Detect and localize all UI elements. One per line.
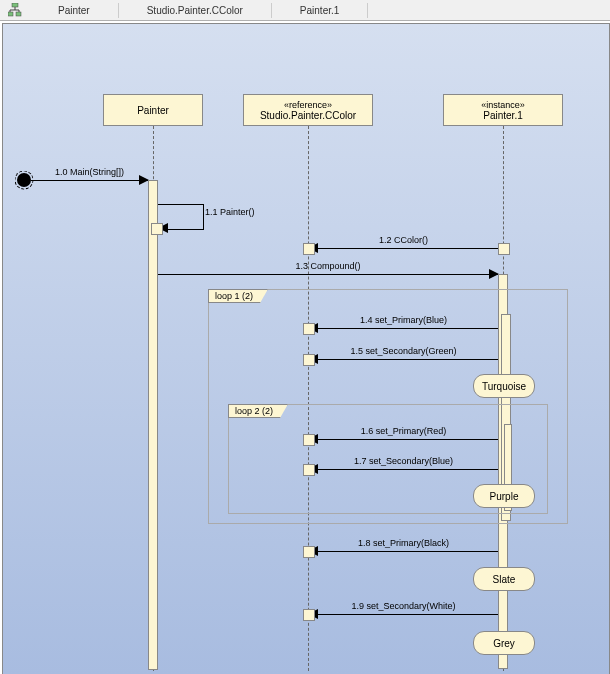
message-main[interactable]: 1.0 Main(String[]) [31, 170, 148, 184]
lifeline-header-ccolor[interactable]: «reference» Studio.Painter.CColor [243, 94, 373, 126]
tab-bar: Painter Studio.Painter.CColor Painter.1 [0, 0, 610, 21]
found-message-origin [17, 173, 31, 187]
message-set-primary-blue[interactable]: 1.4 set_Primary(Blue) [309, 318, 498, 332]
activation-sub [303, 546, 315, 558]
lifeline-name: Painter [137, 105, 169, 116]
activation-sub [151, 223, 163, 235]
state-grey[interactable]: Grey [473, 631, 535, 655]
svg-rect-1 [8, 12, 13, 16]
message-painter-self[interactable] [163, 218, 203, 232]
message-set-primary-red[interactable]: 1.6 set_Primary(Red) [309, 429, 498, 443]
frame-label: loop 1 (2) [208, 289, 268, 303]
activation-painter [148, 180, 158, 670]
activation-sub [498, 243, 510, 255]
state-slate[interactable]: Slate [473, 567, 535, 591]
tab-painter[interactable]: Painter [30, 3, 119, 18]
activation-sub [303, 464, 315, 476]
message-label: 1.6 set_Primary(Red) [309, 426, 498, 436]
svg-rect-0 [12, 3, 18, 7]
message-label: 1.0 Main(String[]) [31, 167, 148, 177]
lifeline-name: Studio.Painter.CColor [260, 110, 356, 121]
message-label: 1.7 set_Secondary(Blue) [309, 456, 498, 466]
message-set-secondary-white[interactable]: 1.9 set_Secondary(White) [309, 604, 498, 618]
activation-sub [303, 609, 315, 621]
lifeline-name: Painter.1 [483, 110, 522, 121]
activation-sub [303, 434, 315, 446]
message-label: 1.9 set_Secondary(White) [309, 601, 498, 611]
tab-ccolor[interactable]: Studio.Painter.CColor [119, 3, 272, 18]
lifeline-stereotype: «reference» [284, 100, 332, 110]
state-purple[interactable]: Purple [473, 484, 535, 508]
message-label: 1.1 Painter() [205, 207, 255, 217]
frame-label: loop 2 (2) [228, 404, 288, 418]
message-label: 1.3 Compound() [158, 261, 498, 271]
activation-sub [303, 323, 315, 335]
activation-sub [303, 243, 315, 255]
message-compound[interactable]: 1.3 Compound() [158, 264, 498, 278]
state-turquoise[interactable]: Turquoise [473, 374, 535, 398]
activation-sub [303, 354, 315, 366]
svg-rect-2 [16, 12, 21, 16]
lifeline-stereotype: «instance» [481, 100, 525, 110]
message-ccolor[interactable]: 1.2 CColor() [309, 238, 498, 252]
message-label: 1.4 set_Primary(Blue) [309, 315, 498, 325]
diagram-tree-icon[interactable] [0, 3, 30, 17]
message-label: 1.2 CColor() [309, 235, 498, 245]
message-set-secondary-blue[interactable]: 1.7 set_Secondary(Blue) [309, 459, 498, 473]
lifeline-header-painter[interactable]: Painter [103, 94, 203, 126]
message-label: 1.8 set_Primary(Black) [309, 538, 498, 548]
diagram-canvas[interactable]: Painter «reference» Studio.Painter.CColo… [2, 23, 610, 674]
lifeline-header-painter1[interactable]: «instance» Painter.1 [443, 94, 563, 126]
tab-painter1[interactable]: Painter.1 [272, 3, 368, 18]
message-label: 1.5 set_Secondary(Green) [309, 346, 498, 356]
message-set-secondary-green[interactable]: 1.5 set_Secondary(Green) [309, 349, 498, 363]
message-set-primary-black[interactable]: 1.8 set_Primary(Black) [309, 541, 498, 555]
